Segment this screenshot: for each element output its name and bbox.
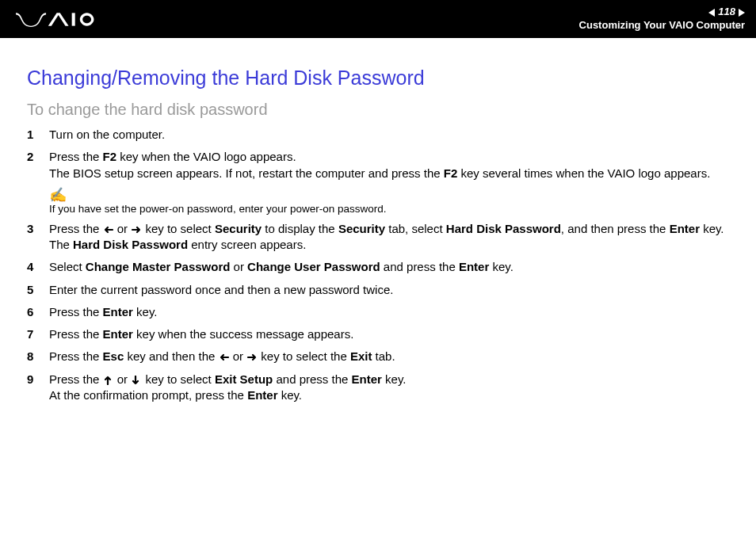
step-text: Press the Esc key and then the or key to…	[49, 349, 729, 364]
next-page-icon[interactable]	[739, 9, 745, 17]
step-item: 3Press the or key to select Security to …	[27, 221, 729, 254]
note-text: If you have set the power-on password, e…	[49, 203, 386, 215]
step-item: 8Press the Esc key and then the or key t…	[27, 349, 729, 364]
step-item: 4Select Change Master Password or Change…	[27, 259, 729, 275]
step-text: Enter the current password once and then…	[49, 282, 729, 298]
header-bar: 118 Customizing Your VAIO Computer	[0, 0, 756, 38]
step-number: 3	[27, 221, 49, 237]
step-item: 9Press the or key to select Exit Setup a…	[27, 372, 729, 404]
header-right: 118 Customizing Your VAIO Computer	[579, 6, 745, 32]
step-number: 4	[27, 259, 49, 275]
svg-rect-0	[72, 13, 75, 25]
step-number: 8	[27, 349, 49, 364]
step-text: Press the F2 key when the VAIO logo appe…	[49, 149, 729, 181]
step-text: Turn on the computer.	[49, 127, 729, 143]
section-title: Customizing Your VAIO Computer	[579, 19, 745, 32]
step-number: 9	[27, 372, 49, 387]
step-text: Press the or key to select Exit Setup an…	[49, 372, 729, 404]
note-icon: ✍	[49, 188, 729, 202]
page-nav: 118	[579, 6, 745, 19]
step-item: 7Press the Enter key when the success me…	[27, 326, 729, 342]
step-item: 1Turn on the computer.	[27, 127, 729, 143]
step-item: 6Press the Enter key.	[27, 304, 729, 320]
step-number: 7	[27, 326, 49, 342]
step-number: 2	[27, 149, 49, 165]
step-number: 5	[27, 282, 49, 298]
vaio-logo	[14, 0, 101, 38]
step-item: 5Enter the current password once and the…	[27, 282, 729, 298]
step-text: Press the or key to select Security to d…	[49, 221, 729, 254]
page-number: 118	[718, 6, 735, 19]
step-item: 2Press the F2 key when the VAIO logo app…	[27, 149, 729, 181]
page-title: Changing/Removing the Hard Disk Password	[27, 67, 729, 90]
page-content: Changing/Removing the Hard Disk Password…	[0, 38, 756, 403]
steps-list: 1Turn on the computer.2Press the F2 key …	[27, 127, 729, 403]
step-number: 1	[27, 127, 49, 143]
step-text: Press the Enter key when the success mes…	[49, 326, 729, 342]
step-text: Select Change Master Password or Change …	[49, 259, 729, 275]
page-subtitle: To change the hard disk password	[27, 101, 729, 119]
prev-page-icon[interactable]	[708, 9, 715, 17]
step-text: Press the Enter key.	[49, 304, 729, 320]
step-number: 6	[27, 304, 49, 320]
note-block: ✍If you have set the power-on password, …	[49, 188, 729, 215]
